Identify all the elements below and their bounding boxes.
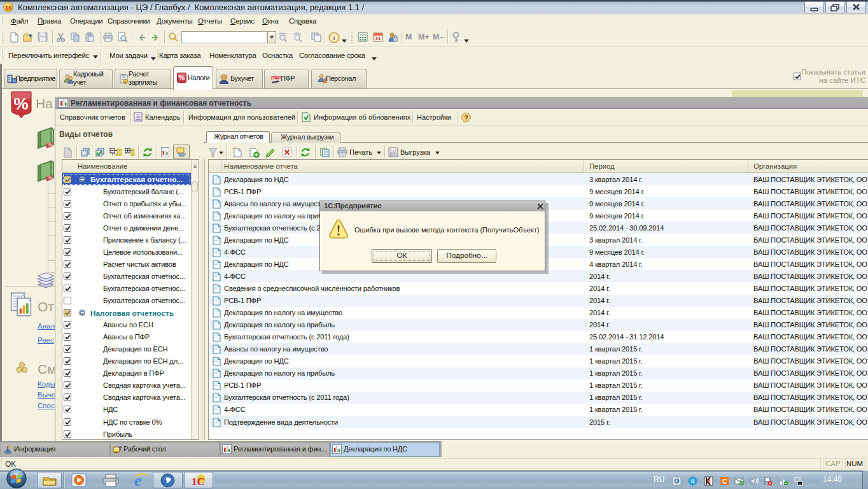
svg-text:?: ? xyxy=(464,115,468,122)
svg-text:C: C xyxy=(722,478,727,485)
svg-text:%: % xyxy=(48,174,53,181)
svg-text:%: % xyxy=(48,141,53,148)
svg-text:1с: 1с xyxy=(5,4,11,11)
svg-text:S: S xyxy=(690,478,694,485)
svg-text:1С: 1С xyxy=(192,476,205,487)
svg-text:%: % xyxy=(179,74,185,82)
svg-text:31: 31 xyxy=(375,36,381,41)
svg-text:i: i xyxy=(333,34,335,41)
svg-text:%: % xyxy=(13,94,28,113)
